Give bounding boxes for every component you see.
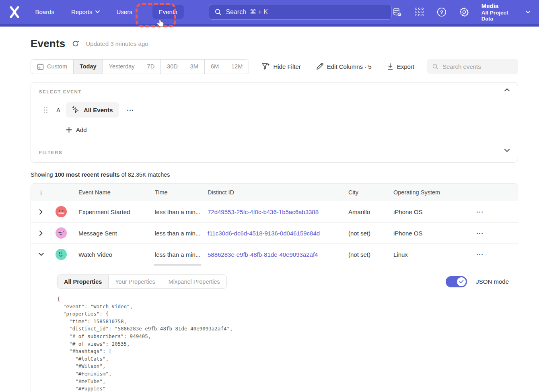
- select-event-section: SELECT EVENT A All Events ···: [31, 83, 518, 143]
- download-icon: [387, 63, 393, 70]
- event-selector-row: A All Events ···: [39, 102, 509, 118]
- svg-text:?: ?: [440, 9, 443, 15]
- project-switcher[interactable]: Media All Project Data: [481, 2, 530, 22]
- cell-os: iPhone OS: [386, 230, 442, 237]
- search-events-input[interactable]: [442, 63, 513, 70]
- table-row-expanded: Watch Video less than a min... 5886283e-…: [31, 244, 518, 265]
- refresh-icon[interactable]: [72, 40, 79, 47]
- row-actions-ellipsis-icon[interactable]: ···: [474, 207, 486, 217]
- date-range-12m[interactable]: 12M: [225, 60, 249, 74]
- events-table: ↓ ↑ Event Name Time Distinct ID City Ope…: [31, 183, 518, 392]
- add-event-button[interactable]: Add: [66, 126, 87, 133]
- cell-distinct-id-link[interactable]: 5886283e-e9fb-48fb-81de-40e9093a2af4: [200, 251, 341, 258]
- cell-distinct-id-link[interactable]: f11c30d6-dc6d-4518-9136-0d046159c84d: [200, 230, 341, 237]
- cell-event-name: Message Sent: [71, 230, 148, 237]
- column-header-event-name[interactable]: Event Name: [71, 189, 148, 196]
- properties-tabs: All Properties Your Properties Mixpanel …: [57, 274, 227, 289]
- date-range-7d[interactable]: 7D: [141, 60, 161, 74]
- settings-gear-icon[interactable]: [459, 7, 469, 17]
- table-row: Message Sent less than a min... f11c30d6…: [31, 223, 518, 244]
- column-header-os[interactable]: Operating System: [386, 189, 442, 196]
- data-management-icon[interactable]: [392, 7, 402, 17]
- drag-handle-icon[interactable]: [44, 107, 47, 113]
- cell-event-name: Experiment Started: [71, 208, 148, 215]
- results-summary-prefix: Showing: [31, 171, 55, 178]
- date-range-6m[interactable]: 6M: [205, 60, 225, 74]
- cell-city: Amarillo: [341, 208, 386, 215]
- nav-item-reports[interactable]: Reports: [71, 8, 100, 15]
- hand-cursor-icon: [156, 19, 165, 28]
- chevron-down-icon: [95, 10, 100, 13]
- mixpanel-logo[interactable]: [8, 5, 21, 19]
- global-search[interactable]: [209, 4, 392, 20]
- tab-all-properties[interactable]: All Properties: [58, 275, 109, 288]
- apps-grid-icon[interactable]: [414, 7, 424, 17]
- project-name: Media: [481, 2, 520, 10]
- help-icon[interactable]: ?: [436, 7, 447, 17]
- filters-label: FILTERS: [39, 150, 509, 155]
- export-button[interactable]: Export: [387, 63, 414, 70]
- table-header-row: ↓ ↑ Event Name Time Distinct ID City Ope…: [31, 184, 518, 201]
- collapse-row-chevron-down-icon[interactable]: [31, 253, 51, 256]
- column-header-distinct-id[interactable]: Distinct ID: [200, 189, 341, 196]
- global-search-input[interactable]: [226, 8, 385, 16]
- toggle-knob: [457, 277, 466, 286]
- event-avatar: [56, 249, 67, 260]
- date-range-today[interactable]: Today: [74, 60, 103, 74]
- expand-filters-chevron-down-icon[interactable]: [504, 149, 510, 152]
- top-navbar: Boards Reports Users Events ?: [0, 0, 539, 27]
- column-header-time[interactable]: Time: [148, 189, 200, 196]
- event-options-ellipsis-icon[interactable]: ···: [125, 105, 137, 115]
- json-mode-label: JSON mode: [476, 278, 509, 285]
- sparkle-cursor-icon: [72, 106, 80, 114]
- tab-mixpanel-properties[interactable]: Mixpanel Properties: [162, 275, 226, 288]
- json-mode-toggle[interactable]: [446, 276, 467, 287]
- hide-filter-button[interactable]: Hide Filter: [261, 63, 300, 70]
- event-avatar: [56, 227, 67, 239]
- cell-distinct-id-link[interactable]: 72d49553-25fc-4f0c-b436-1b5ac6ab3388: [200, 208, 341, 215]
- expand-row-chevron-right-icon[interactable]: [31, 231, 51, 236]
- date-range-custom-label: Custom: [47, 63, 67, 70]
- event-selector-all-events[interactable]: All Events: [66, 102, 119, 118]
- plus-icon: [66, 127, 72, 133]
- column-header-city[interactable]: City: [341, 189, 386, 196]
- calendar-icon: [37, 63, 44, 70]
- date-range-custom[interactable]: Custom: [31, 60, 74, 74]
- event-json-viewer[interactable]: { "event": "Watch Video", "properties": …: [57, 295, 518, 392]
- check-icon: [459, 280, 464, 284]
- tab-your-properties[interactable]: Your Properties: [109, 275, 162, 288]
- filter-funnel-icon: [261, 63, 270, 70]
- sort-order-icon[interactable]: ↓ ↑: [31, 189, 51, 196]
- nav-item-events[interactable]: Events: [152, 5, 184, 19]
- row-actions-ellipsis-icon[interactable]: ···: [474, 250, 486, 260]
- date-range-30d[interactable]: 30D: [161, 60, 184, 74]
- cell-os: iPhone OS: [386, 208, 442, 215]
- expand-row-chevron-right-icon[interactable]: [31, 209, 51, 215]
- project-scope: All Project Data: [481, 10, 520, 22]
- search-events-box[interactable]: [427, 59, 518, 74]
- nav-item-boards[interactable]: Boards: [35, 8, 54, 15]
- collapse-section-chevron-up-icon[interactable]: [504, 88, 510, 91]
- date-range-3m[interactable]: 3M: [184, 60, 205, 74]
- date-range-picker: Custom Today Yesterday 7D 30D 3M 6M 12M: [31, 59, 249, 74]
- search-icon: [432, 63, 438, 70]
- time-cell-underline: [154, 264, 201, 266]
- select-event-label: SELECT EVENT: [39, 89, 509, 94]
- page-title: Events: [31, 37, 65, 50]
- event-avatar: [56, 206, 67, 217]
- cell-city: (not set): [341, 251, 386, 258]
- last-updated-text: Updated 3 minutes ago: [86, 40, 148, 47]
- event-detail-panel: All Properties Your Properties Mixpanel …: [31, 265, 518, 392]
- query-builder-card: SELECT EVENT A All Events ···: [31, 82, 518, 163]
- edit-columns-button[interactable]: Edit Columns · 5: [316, 63, 372, 70]
- cell-event-name: Watch Video: [71, 251, 148, 258]
- event-letter-label: A: [56, 107, 60, 113]
- row-actions-ellipsis-icon[interactable]: ···: [474, 228, 486, 238]
- event-chip-label: All Events: [84, 107, 113, 113]
- date-range-yesterday[interactable]: Yesterday: [103, 60, 141, 74]
- cell-time: less than a min...: [148, 208, 200, 215]
- nav-item-users[interactable]: Users: [117, 8, 132, 15]
- cell-os: Linux: [386, 251, 442, 258]
- results-summary: Showing 100 most recent results of 82.35…: [31, 171, 518, 178]
- table-row: Experiment Started less than a min... 72…: [31, 201, 518, 223]
